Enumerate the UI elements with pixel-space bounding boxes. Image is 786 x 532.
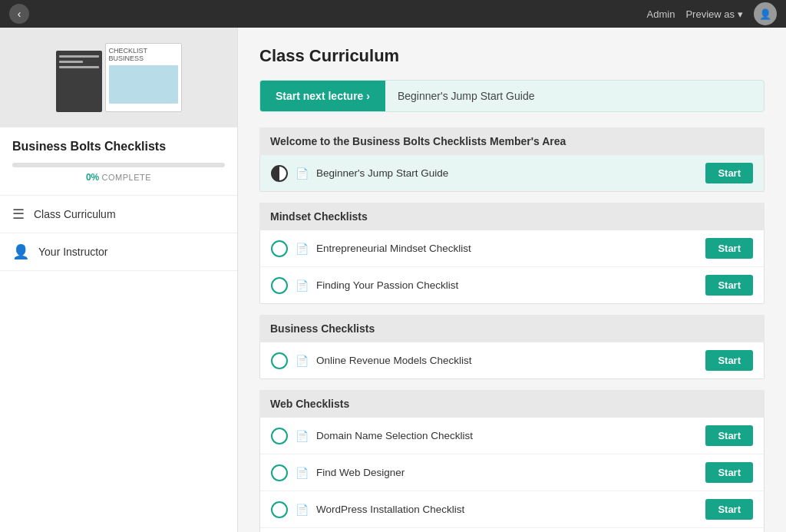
lesson-name-domain: Domain Name Selection Checklist — [316, 430, 698, 441]
lesson-row-entrepreneurial: 📄Entrepreneurial Mindset ChecklistStart — [260, 230, 764, 267]
progress-label: 0% COMPLETE — [12, 172, 225, 183]
lesson-row-wordpress: 📄WordPress Installation ChecklistStart — [260, 491, 764, 528]
file-icon-web-designer: 📄 — [296, 467, 309, 479]
file-icon-domain: 📄 — [296, 430, 309, 442]
start-button-passion[interactable]: Start — [705, 275, 753, 296]
lessons-group-web: 📄Domain Name Selection ChecklistStart📄Fi… — [259, 418, 765, 532]
chevron-down-icon: ▾ — [738, 8, 743, 20]
sidebar-item-label-curriculum: Class Curriculum — [34, 208, 116, 220]
book-text-1: CHECKLIST BUSINESS — [109, 47, 178, 62]
section-header-business: Business Checklists — [259, 315, 765, 342]
start-button-beginners-guide[interactable]: Start — [705, 163, 753, 183]
circle-icon-revenue — [271, 352, 288, 369]
circle-icon-wordpress — [271, 501, 288, 518]
lesson-row-revenue: 📄Online Revenue Models ChecklistStart — [260, 342, 764, 378]
lessons-group-mindset: 📄Entrepreneurial Mindset ChecklistStart📄… — [259, 230, 765, 304]
book-line-3 — [59, 66, 99, 68]
main-content: Class Curriculum Start next lecture › Be… — [238, 28, 786, 532]
avatar[interactable]: 👤 — [754, 2, 777, 25]
section-web: Web Checklists📄Domain Name Selection Che… — [259, 390, 765, 532]
lesson-name-entrepreneurial: Entrepreneurial Mindset Checklist — [316, 243, 698, 254]
nav-right: Admin Preview as ▾ 👤 — [647, 2, 777, 25]
back-button[interactable]: ‹ — [9, 4, 29, 24]
preview-label: Preview as — [685, 8, 735, 20]
start-next-lecture-button[interactable]: Start next lecture › — [260, 81, 385, 111]
book-cover-light: CHECKLIST BUSINESS — [105, 43, 182, 112]
sections-container: Welcome to the Business Bolts Checklists… — [259, 127, 765, 532]
lesson-row-domain: 📄Domain Name Selection ChecklistStart — [260, 418, 764, 454]
start-button-entrepreneurial[interactable]: Start — [705, 238, 753, 259]
circle-icon-domain — [271, 428, 288, 444]
nav-left: ‹ — [9, 4, 29, 24]
section-header-welcome: Welcome to the Business Bolts Checklists… — [259, 127, 765, 155]
file-icon-passion: 📄 — [296, 279, 309, 292]
lesson-name-wordpress: WordPress Installation Checklist — [316, 504, 698, 515]
avatar-icon: 👤 — [759, 8, 771, 20]
course-title: Business Bolts Checklists — [12, 140, 225, 154]
section-header-mindset: Mindset Checklists — [259, 203, 765, 230]
book-line-2 — [59, 61, 83, 63]
start-button-domain[interactable]: Start — [705, 425, 753, 446]
lesson-name-beginners-guide: Beginner's Jump Start Guide — [316, 167, 698, 179]
lesson-row-web-designer: 📄Find Web DesignerStart — [260, 454, 764, 491]
file-icon-entrepreneurial: 📄 — [296, 243, 309, 255]
instructor-icon: 👤 — [12, 243, 29, 260]
file-icon-wordpress: 📄 — [296, 504, 309, 516]
section-mindset: Mindset Checklists📄Entrepreneurial Minds… — [259, 203, 765, 304]
lesson-name-web-designer: Find Web Designer — [316, 467, 698, 478]
main-layout: CHECKLIST BUSINESS Business Bolts Checkl… — [0, 28, 786, 532]
lessons-group-business: 📄Online Revenue Models ChecklistStart — [259, 342, 765, 379]
start-button-revenue[interactable]: Start — [705, 350, 753, 371]
top-nav: ‹ Admin Preview as ▾ 👤 — [0, 0, 786, 28]
file-icon-revenue: 📄 — [296, 355, 309, 367]
progress-bar-wrap — [12, 163, 225, 167]
preview-as-button[interactable]: Preview as ▾ — [685, 8, 743, 20]
sidebar-item-label-instructor: Your Instructor — [38, 246, 108, 258]
book-line-1 — [59, 55, 99, 58]
sidebar-item-class-curriculum[interactable]: ☰ Class Curriculum — [0, 196, 237, 233]
section-business: Business Checklists📄Online Revenue Model… — [259, 315, 765, 379]
start-button-wordpress[interactable]: Start — [705, 499, 753, 520]
file-icon-beginners-guide: 📄 — [296, 167, 309, 180]
admin-link[interactable]: Admin — [647, 8, 675, 20]
course-image: CHECKLIST BUSINESS — [0, 28, 237, 127]
lesson-row-passion: 📄Finding Your Passion ChecklistStart — [260, 267, 764, 303]
page-title: Class Curriculum — [259, 46, 765, 66]
map-graphic — [109, 65, 178, 104]
sidebar-content: Business Bolts Checklists 0% COMPLETE — [0, 127, 237, 183]
sidebar-item-your-instructor[interactable]: 👤 Your Instructor — [0, 233, 237, 271]
circle-icon-web-designer — [271, 464, 288, 481]
start-button-web-designer[interactable]: Start — [705, 462, 753, 483]
course-image-mockup: CHECKLIST BUSINESS — [56, 43, 182, 112]
book-cover-dark — [56, 51, 102, 112]
circle-icon-passion — [271, 277, 288, 294]
half-circle-icon-beginners-guide — [271, 165, 288, 182]
section-welcome: Welcome to the Business Bolts Checklists… — [259, 127, 765, 192]
start-lecture-bar: Start next lecture › Beginner's Jump Sta… — [259, 80, 765, 112]
lessons-group-welcome: 📄Beginner's Jump Start GuideStart — [259, 155, 765, 192]
curriculum-icon: ☰ — [12, 206, 25, 223]
progress-complete: COMPLETE — [102, 173, 152, 182]
lesson-name-revenue: Online Revenue Models Checklist — [316, 355, 698, 366]
lesson-name-passion: Finding Your Passion Checklist — [316, 279, 698, 291]
sidebar-nav: ☰ Class Curriculum 👤 Your Instructor — [0, 195, 237, 271]
lesson-row-beginners-guide: 📄Beginner's Jump Start GuideStart — [260, 155, 764, 191]
circle-icon-entrepreneurial — [271, 240, 288, 257]
section-header-web: Web Checklists — [259, 390, 765, 418]
progress-percent: 0% — [86, 172, 99, 183]
sidebar: CHECKLIST BUSINESS Business Bolts Checkl… — [0, 28, 238, 532]
lesson-row-quiz: 💡QuizStart — [260, 528, 764, 532]
next-lecture-name: Beginner's Jump Start Guide — [385, 81, 547, 111]
